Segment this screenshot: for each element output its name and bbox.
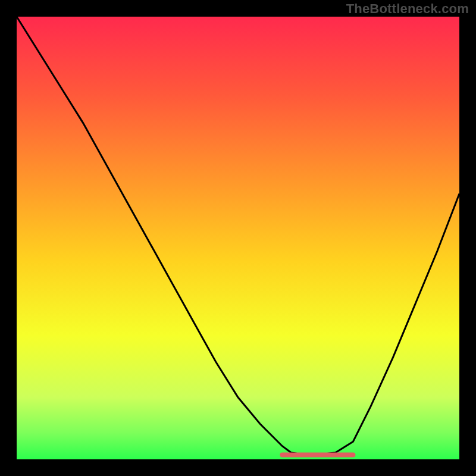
bottleneck-chart — [17, 17, 459, 459]
chart-frame: TheBottleneck.com — [0, 0, 476, 476]
watermark-text: TheBottleneck.com — [346, 1, 469, 17]
plot-area — [17, 17, 459, 459]
gradient-background — [17, 17, 459, 459]
